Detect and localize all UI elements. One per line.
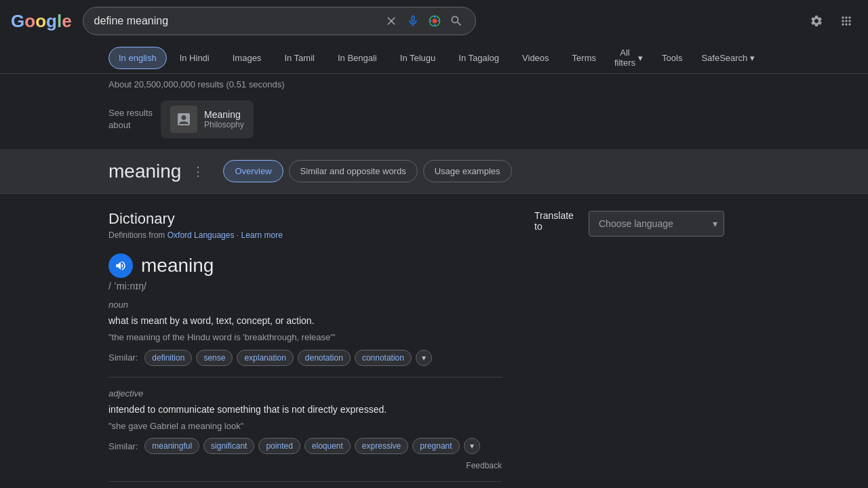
divider bbox=[108, 377, 502, 378]
word-title: meaning bbox=[108, 161, 181, 182]
translate-label: Translate to bbox=[534, 210, 578, 232]
tab-in-hindi[interactable]: In Hindi bbox=[170, 47, 220, 69]
expand-noun-similar-button[interactable]: ▾ bbox=[416, 350, 432, 366]
tab-in-tamil[interactable]: In Tamil bbox=[274, 47, 325, 69]
tabs-right: All filters ▾ Tools SafeSearch ▾ bbox=[609, 45, 760, 70]
chip-connotation[interactable]: connotation bbox=[355, 350, 412, 366]
definition-adjective-text: intended to communicate something that i… bbox=[108, 403, 502, 417]
word-header: meaning ⋮ Overview Similar and opposite … bbox=[0, 149, 868, 194]
example-noun: "the meaning of the Hindu word is 'break… bbox=[108, 331, 502, 344]
similar-label-adj: Similar: bbox=[108, 441, 138, 451]
chip-pregnant[interactable]: pregnant bbox=[412, 438, 459, 454]
search-input[interactable]: define meaning bbox=[94, 15, 378, 27]
tab-terms[interactable]: Terms bbox=[562, 47, 606, 69]
pos-noun: noun bbox=[108, 300, 502, 310]
oxford-languages-link[interactable]: Oxford Languages bbox=[167, 230, 235, 240]
tab-in-english[interactable]: In english bbox=[108, 47, 167, 69]
chevron-down-icon: ▾ bbox=[638, 53, 643, 63]
chip-significant[interactable]: significant bbox=[203, 438, 254, 454]
tab-in-bengali[interactable]: In Bengali bbox=[328, 47, 387, 69]
dictionary-title: Dictionary bbox=[108, 210, 502, 228]
lens-search-button[interactable] bbox=[427, 13, 443, 29]
google-logo: Google bbox=[11, 11, 72, 32]
pos-adjective: adjective bbox=[108, 388, 502, 399]
chip-eloquent[interactable]: eloquent bbox=[304, 438, 351, 454]
audio-button[interactable] bbox=[108, 253, 133, 278]
tools-label: Tools bbox=[662, 53, 682, 63]
safe-search-button[interactable]: SafeSearch ▾ bbox=[696, 50, 760, 66]
tools-button[interactable]: Tools bbox=[656, 50, 688, 66]
example-adjective: "she gave Gabriel a meaning look" bbox=[108, 420, 502, 433]
chevron-down-icon2: ▾ bbox=[750, 53, 755, 63]
chip-meaningful[interactable]: meaningful bbox=[144, 438, 199, 454]
word-tab-overview[interactable]: Overview bbox=[223, 160, 283, 182]
expand-adj-similar-button[interactable]: ▾ bbox=[464, 438, 480, 454]
word-display: meaning bbox=[141, 255, 214, 277]
language-select-wrapper: Choose language Spanish French German Hi… bbox=[589, 211, 724, 237]
tab-in-telugu[interactable]: In Telugu bbox=[390, 47, 446, 69]
definition-noun-text: what is meant by a word, text, concept, … bbox=[108, 314, 502, 328]
safe-search-label: SafeSearch bbox=[701, 53, 747, 63]
main-content: Dictionary Definitions from Oxford Langu… bbox=[0, 194, 868, 488]
tab-videos[interactable]: Videos bbox=[512, 47, 559, 69]
chip-explanation[interactable]: explanation bbox=[237, 350, 293, 366]
word-tabs: Overview Similar and opposite words Usag… bbox=[223, 160, 511, 182]
clear-search-button[interactable] bbox=[383, 13, 399, 29]
translate-section: Translate to Choose language Spanish Fre… bbox=[534, 210, 724, 488]
dictionary-section: Dictionary Definitions from Oxford Langu… bbox=[108, 210, 502, 488]
entity-icon bbox=[170, 106, 197, 133]
chip-definition[interactable]: definition bbox=[144, 350, 192, 366]
language-select[interactable]: Choose language Spanish French German Hi… bbox=[589, 211, 724, 237]
all-filters-label: All filters bbox=[614, 47, 635, 68]
entity-info: Meaning Philosophy bbox=[204, 109, 244, 129]
apps-button[interactable] bbox=[835, 10, 857, 32]
chip-pointed[interactable]: pointed bbox=[258, 438, 300, 454]
phonetic: / ˈmiːnɪŋ/ bbox=[108, 281, 502, 291]
learn-more-link[interactable]: Learn more bbox=[241, 230, 282, 240]
voice-search-button[interactable] bbox=[405, 13, 421, 29]
chip-expressive[interactable]: expressive bbox=[355, 438, 408, 454]
word-tab-usage[interactable]: Usage examples bbox=[423, 160, 512, 182]
header: Google define meaning bbox=[0, 0, 868, 42]
header-right bbox=[806, 10, 857, 32]
svg-point-1 bbox=[432, 19, 437, 24]
search-tabs-bar: In english In Hindi Images In Tamil In B… bbox=[0, 42, 868, 74]
similar-label-noun: Similar: bbox=[108, 352, 138, 363]
feedback-link[interactable]: Feedback bbox=[108, 461, 502, 470]
entity-name: Meaning bbox=[204, 109, 244, 120]
entity-card[interactable]: Meaning Philosophy bbox=[161, 100, 254, 138]
chip-sense[interactable]: sense bbox=[196, 350, 233, 366]
all-filters-button[interactable]: All filters ▾ bbox=[609, 45, 648, 70]
see-results-about: See results about Meaning Philosophy bbox=[0, 95, 868, 149]
similar-row-noun: Similar: definition sense explanation de… bbox=[108, 350, 502, 366]
results-info: About 20,500,000,000 results (0.51 secon… bbox=[0, 74, 868, 95]
search-submit-button[interactable] bbox=[448, 13, 465, 29]
tab-images[interactable]: Images bbox=[222, 47, 272, 69]
settings-button[interactable] bbox=[806, 10, 827, 32]
more-options-button[interactable]: ⋮ bbox=[189, 161, 207, 182]
divider2 bbox=[108, 481, 502, 482]
chip-denotation[interactable]: denotation bbox=[298, 350, 351, 366]
entity-type: Philosophy bbox=[204, 120, 244, 129]
word-tab-similar[interactable]: Similar and opposite words bbox=[289, 160, 418, 182]
similar-row-adjective: Similar: meaningful significant pointed … bbox=[108, 438, 502, 454]
word-entry: meaning bbox=[108, 253, 502, 278]
see-results-text: See results about bbox=[108, 107, 153, 131]
dictionary-source: Definitions from Oxford Languages · Lear… bbox=[108, 230, 502, 240]
tab-in-tagalog[interactable]: In Tagalog bbox=[448, 47, 509, 69]
search-bar: define meaning bbox=[83, 7, 476, 35]
